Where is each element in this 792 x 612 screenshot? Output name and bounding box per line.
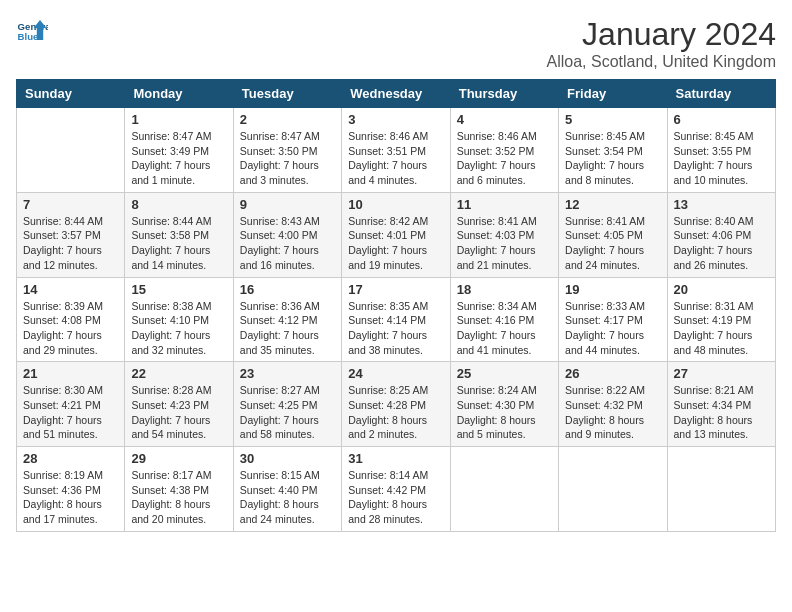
day-info: Sunrise: 8:44 AM Sunset: 3:57 PM Dayligh…	[23, 214, 118, 273]
day-number: 16	[240, 282, 335, 297]
day-info: Sunrise: 8:30 AM Sunset: 4:21 PM Dayligh…	[23, 383, 118, 442]
day-number: 5	[565, 112, 660, 127]
calendar-cell: 16Sunrise: 8:36 AM Sunset: 4:12 PM Dayli…	[233, 277, 341, 362]
calendar-cell: 8Sunrise: 8:44 AM Sunset: 3:58 PM Daylig…	[125, 192, 233, 277]
calendar-cell	[667, 447, 775, 532]
calendar-cell: 20Sunrise: 8:31 AM Sunset: 4:19 PM Dayli…	[667, 277, 775, 362]
calendar-cell	[450, 447, 558, 532]
day-info: Sunrise: 8:14 AM Sunset: 4:42 PM Dayligh…	[348, 468, 443, 527]
day-info: Sunrise: 8:35 AM Sunset: 4:14 PM Dayligh…	[348, 299, 443, 358]
calendar-cell: 14Sunrise: 8:39 AM Sunset: 4:08 PM Dayli…	[17, 277, 125, 362]
day-number: 28	[23, 451, 118, 466]
day-number: 14	[23, 282, 118, 297]
day-info: Sunrise: 8:33 AM Sunset: 4:17 PM Dayligh…	[565, 299, 660, 358]
calendar-cell: 30Sunrise: 8:15 AM Sunset: 4:40 PM Dayli…	[233, 447, 341, 532]
day-number: 24	[348, 366, 443, 381]
calendar-cell: 26Sunrise: 8:22 AM Sunset: 4:32 PM Dayli…	[559, 362, 667, 447]
day-number: 22	[131, 366, 226, 381]
day-info: Sunrise: 8:38 AM Sunset: 4:10 PM Dayligh…	[131, 299, 226, 358]
day-number: 30	[240, 451, 335, 466]
weekday-header-friday: Friday	[559, 80, 667, 108]
weekday-header-thursday: Thursday	[450, 80, 558, 108]
day-info: Sunrise: 8:15 AM Sunset: 4:40 PM Dayligh…	[240, 468, 335, 527]
day-info: Sunrise: 8:45 AM Sunset: 3:54 PM Dayligh…	[565, 129, 660, 188]
calendar-cell: 18Sunrise: 8:34 AM Sunset: 4:16 PM Dayli…	[450, 277, 558, 362]
weekday-header-tuesday: Tuesday	[233, 80, 341, 108]
calendar-cell: 1Sunrise: 8:47 AM Sunset: 3:49 PM Daylig…	[125, 108, 233, 193]
calendar-cell	[559, 447, 667, 532]
calendar-cell: 21Sunrise: 8:30 AM Sunset: 4:21 PM Dayli…	[17, 362, 125, 447]
calendar-cell: 10Sunrise: 8:42 AM Sunset: 4:01 PM Dayli…	[342, 192, 450, 277]
day-info: Sunrise: 8:41 AM Sunset: 4:03 PM Dayligh…	[457, 214, 552, 273]
calendar-cell: 24Sunrise: 8:25 AM Sunset: 4:28 PM Dayli…	[342, 362, 450, 447]
calendar-cell: 17Sunrise: 8:35 AM Sunset: 4:14 PM Dayli…	[342, 277, 450, 362]
weekday-header-wednesday: Wednesday	[342, 80, 450, 108]
page-header: General Blue January 2024 Alloa, Scotlan…	[16, 16, 776, 71]
weekday-header-saturday: Saturday	[667, 80, 775, 108]
calendar-week-row: 28Sunrise: 8:19 AM Sunset: 4:36 PM Dayli…	[17, 447, 776, 532]
day-info: Sunrise: 8:42 AM Sunset: 4:01 PM Dayligh…	[348, 214, 443, 273]
day-info: Sunrise: 8:25 AM Sunset: 4:28 PM Dayligh…	[348, 383, 443, 442]
day-info: Sunrise: 8:27 AM Sunset: 4:25 PM Dayligh…	[240, 383, 335, 442]
day-info: Sunrise: 8:45 AM Sunset: 3:55 PM Dayligh…	[674, 129, 769, 188]
calendar-week-row: 1Sunrise: 8:47 AM Sunset: 3:49 PM Daylig…	[17, 108, 776, 193]
day-number: 19	[565, 282, 660, 297]
day-number: 20	[674, 282, 769, 297]
day-number: 3	[348, 112, 443, 127]
calendar-cell: 13Sunrise: 8:40 AM Sunset: 4:06 PM Dayli…	[667, 192, 775, 277]
day-number: 8	[131, 197, 226, 212]
day-number: 21	[23, 366, 118, 381]
day-info: Sunrise: 8:46 AM Sunset: 3:52 PM Dayligh…	[457, 129, 552, 188]
calendar-cell: 31Sunrise: 8:14 AM Sunset: 4:42 PM Dayli…	[342, 447, 450, 532]
day-info: Sunrise: 8:19 AM Sunset: 4:36 PM Dayligh…	[23, 468, 118, 527]
calendar-cell: 5Sunrise: 8:45 AM Sunset: 3:54 PM Daylig…	[559, 108, 667, 193]
day-info: Sunrise: 8:44 AM Sunset: 3:58 PM Dayligh…	[131, 214, 226, 273]
day-info: Sunrise: 8:28 AM Sunset: 4:23 PM Dayligh…	[131, 383, 226, 442]
day-info: Sunrise: 8:47 AM Sunset: 3:50 PM Dayligh…	[240, 129, 335, 188]
day-number: 11	[457, 197, 552, 212]
calendar-cell: 27Sunrise: 8:21 AM Sunset: 4:34 PM Dayli…	[667, 362, 775, 447]
calendar-cell: 2Sunrise: 8:47 AM Sunset: 3:50 PM Daylig…	[233, 108, 341, 193]
day-number: 12	[565, 197, 660, 212]
day-info: Sunrise: 8:46 AM Sunset: 3:51 PM Dayligh…	[348, 129, 443, 188]
day-number: 1	[131, 112, 226, 127]
weekday-header-monday: Monday	[125, 80, 233, 108]
calendar-cell: 4Sunrise: 8:46 AM Sunset: 3:52 PM Daylig…	[450, 108, 558, 193]
day-number: 29	[131, 451, 226, 466]
calendar-cell: 19Sunrise: 8:33 AM Sunset: 4:17 PM Dayli…	[559, 277, 667, 362]
day-number: 15	[131, 282, 226, 297]
day-number: 25	[457, 366, 552, 381]
calendar-title-section: January 2024 Alloa, Scotland, United Kin…	[547, 16, 776, 71]
day-number: 18	[457, 282, 552, 297]
day-number: 10	[348, 197, 443, 212]
weekday-header-sunday: Sunday	[17, 80, 125, 108]
day-info: Sunrise: 8:36 AM Sunset: 4:12 PM Dayligh…	[240, 299, 335, 358]
day-info: Sunrise: 8:34 AM Sunset: 4:16 PM Dayligh…	[457, 299, 552, 358]
calendar-cell: 23Sunrise: 8:27 AM Sunset: 4:25 PM Dayli…	[233, 362, 341, 447]
day-number: 26	[565, 366, 660, 381]
day-info: Sunrise: 8:47 AM Sunset: 3:49 PM Dayligh…	[131, 129, 226, 188]
calendar-week-row: 14Sunrise: 8:39 AM Sunset: 4:08 PM Dayli…	[17, 277, 776, 362]
day-info: Sunrise: 8:43 AM Sunset: 4:00 PM Dayligh…	[240, 214, 335, 273]
day-info: Sunrise: 8:31 AM Sunset: 4:19 PM Dayligh…	[674, 299, 769, 358]
day-info: Sunrise: 8:39 AM Sunset: 4:08 PM Dayligh…	[23, 299, 118, 358]
calendar-cell: 11Sunrise: 8:41 AM Sunset: 4:03 PM Dayli…	[450, 192, 558, 277]
day-info: Sunrise: 8:40 AM Sunset: 4:06 PM Dayligh…	[674, 214, 769, 273]
day-number: 7	[23, 197, 118, 212]
calendar-cell: 12Sunrise: 8:41 AM Sunset: 4:05 PM Dayli…	[559, 192, 667, 277]
calendar-month-year: January 2024	[547, 16, 776, 53]
day-number: 6	[674, 112, 769, 127]
calendar-cell: 29Sunrise: 8:17 AM Sunset: 4:38 PM Dayli…	[125, 447, 233, 532]
calendar-cell: 6Sunrise: 8:45 AM Sunset: 3:55 PM Daylig…	[667, 108, 775, 193]
day-info: Sunrise: 8:24 AM Sunset: 4:30 PM Dayligh…	[457, 383, 552, 442]
day-number: 9	[240, 197, 335, 212]
calendar-cell: 28Sunrise: 8:19 AM Sunset: 4:36 PM Dayli…	[17, 447, 125, 532]
day-number: 27	[674, 366, 769, 381]
calendar-week-row: 7Sunrise: 8:44 AM Sunset: 3:57 PM Daylig…	[17, 192, 776, 277]
weekday-header-row: SundayMondayTuesdayWednesdayThursdayFrid…	[17, 80, 776, 108]
day-info: Sunrise: 8:21 AM Sunset: 4:34 PM Dayligh…	[674, 383, 769, 442]
day-number: 17	[348, 282, 443, 297]
calendar-cell: 7Sunrise: 8:44 AM Sunset: 3:57 PM Daylig…	[17, 192, 125, 277]
day-number: 23	[240, 366, 335, 381]
day-number: 31	[348, 451, 443, 466]
